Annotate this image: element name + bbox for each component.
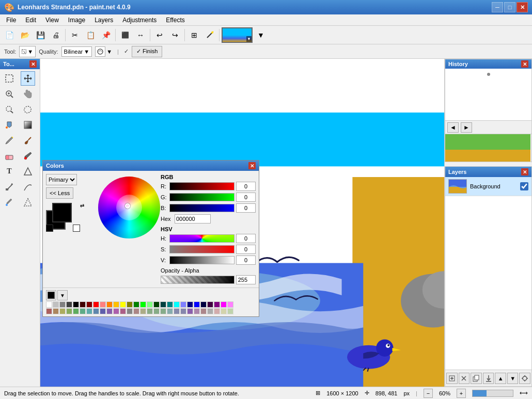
- layer-duplicate-button[interactable]: [471, 373, 482, 384]
- less-button[interactable]: << Less: [46, 187, 73, 199]
- palette-cell[interactable]: [73, 301, 79, 308]
- palette-cell[interactable]: [180, 308, 186, 314]
- zoom-slider[interactable]: [472, 390, 513, 397]
- color-wheel[interactable]: [98, 177, 160, 238]
- palette-cell[interactable]: [187, 308, 193, 314]
- menu-image[interactable]: Image: [64, 15, 89, 25]
- hue-slider-track[interactable]: [169, 234, 234, 243]
- menu-effects[interactable]: Effects: [162, 15, 189, 25]
- tool-clone[interactable]: [2, 180, 17, 194]
- layer-delete-button[interactable]: [459, 373, 470, 384]
- palette-cell[interactable]: [93, 308, 99, 314]
- red-value-input[interactable]: 0: [236, 182, 256, 191]
- color-mode-selector[interactable]: Primary Secondary: [46, 174, 77, 185]
- palette-cell[interactable]: [214, 301, 220, 308]
- tool-pan[interactable]: [21, 87, 35, 101]
- palette-cell[interactable]: [214, 308, 220, 314]
- palette-cell[interactable]: [160, 301, 166, 308]
- palette-cell[interactable]: [153, 308, 160, 314]
- hex-input[interactable]: [175, 214, 211, 224]
- zoom-out-button[interactable]: −: [424, 389, 433, 398]
- open-button[interactable]: 📂: [18, 28, 32, 42]
- tool-magic-wand[interactable]: [2, 102, 17, 117]
- palette-cell[interactable]: [106, 308, 113, 314]
- palette-cell[interactable]: [66, 308, 72, 314]
- palette-cell[interactable]: [140, 308, 146, 314]
- palette-cell[interactable]: [80, 308, 86, 314]
- palette-cell[interactable]: [147, 308, 153, 314]
- palette-cell[interactable]: [174, 301, 180, 308]
- swatch-reset-bg[interactable]: [73, 225, 80, 232]
- new-button[interactable]: 📄: [2, 28, 17, 42]
- tool-select-rect[interactable]: [2, 71, 17, 86]
- palette-cell[interactable]: [100, 308, 106, 314]
- menu-adjustments[interactable]: Adjustments: [118, 15, 161, 25]
- history-undo-button[interactable]: ◄: [447, 122, 459, 133]
- copy-button[interactable]: 📋: [83, 28, 98, 42]
- tool-panel-close[interactable]: ✕: [29, 60, 37, 68]
- palette-cell[interactable]: [153, 301, 160, 308]
- palette-cell[interactable]: [100, 301, 106, 308]
- history-close-button[interactable]: ✕: [521, 60, 528, 68]
- recent-thumbnail[interactable]: ▼: [222, 27, 253, 43]
- palette-cell[interactable]: [86, 301, 92, 308]
- tool-pencil[interactable]: [2, 133, 17, 148]
- opacity-value-input[interactable]: 255: [236, 275, 256, 284]
- close-button[interactable]: ✕: [517, 2, 528, 12]
- palette-cell[interactable]: [106, 301, 113, 308]
- resize-button[interactable]: ↔: [133, 28, 148, 42]
- palette-cell[interactable]: [127, 301, 133, 308]
- maximize-button[interactable]: □: [504, 2, 515, 12]
- palette-cell[interactable]: [113, 301, 119, 308]
- redo-button[interactable]: ↪: [168, 28, 182, 42]
- palette-cell[interactable]: [46, 301, 52, 308]
- antialiasing-toggle[interactable]: ▼: [95, 46, 112, 57]
- titlebar-controls[interactable]: ─ □ ✕: [492, 2, 528, 12]
- sat-slider-track[interactable]: [169, 245, 234, 253]
- palette-cell[interactable]: [120, 308, 126, 314]
- palette-color-fg[interactable]: [46, 290, 56, 300]
- layer-item-background[interactable]: Background: [445, 177, 531, 196]
- minimize-button[interactable]: ─: [492, 2, 503, 12]
- menu-file[interactable]: File: [2, 15, 20, 25]
- save-button[interactable]: 💾: [33, 28, 48, 42]
- tool-shapes[interactable]: [21, 164, 35, 179]
- magic-button[interactable]: [202, 28, 217, 42]
- tool-recolor[interactable]: [2, 195, 17, 210]
- palette-cell[interactable]: [80, 301, 86, 308]
- palette-cell[interactable]: [127, 308, 133, 314]
- tool-brush[interactable]: [21, 133, 35, 148]
- colors-close-button[interactable]: ✕: [248, 162, 256, 169]
- more-button[interactable]: ▼: [254, 28, 268, 42]
- menu-edit[interactable]: Edit: [21, 15, 40, 25]
- opacity-slider-track[interactable]: [161, 276, 234, 284]
- tool-gradient[interactable]: [21, 118, 35, 132]
- swatch-reset-fg[interactable]: [46, 225, 53, 232]
- tool-text[interactable]: T: [2, 164, 17, 179]
- palette-cell[interactable]: [167, 301, 173, 308]
- palette-cell[interactable]: [194, 301, 200, 308]
- palette-cell[interactable]: [221, 308, 227, 314]
- sat-value-input[interactable]: 0: [236, 245, 256, 254]
- layer-properties-button[interactable]: [519, 373, 530, 384]
- palette-cell[interactable]: [46, 308, 52, 314]
- palette-cell[interactable]: [207, 301, 213, 308]
- menu-view[interactable]: View: [41, 15, 63, 25]
- tool-line[interactable]: [21, 180, 35, 194]
- quality-selector[interactable]: Bilinear ▼: [61, 46, 92, 57]
- layers-close-button[interactable]: ✕: [521, 168, 528, 175]
- palette-cell[interactable]: [200, 308, 207, 314]
- palette-cell[interactable]: [180, 301, 186, 308]
- print-button[interactable]: 🖨: [49, 28, 63, 42]
- undo-button[interactable]: ↩: [152, 28, 167, 42]
- blue-slider-track[interactable]: [169, 204, 234, 212]
- palette-cell[interactable]: [221, 301, 227, 308]
- palette-cell[interactable]: [59, 301, 66, 308]
- val-value-input[interactable]: 0: [236, 256, 256, 265]
- palette-cell[interactable]: [53, 301, 59, 308]
- palette-cell[interactable]: [187, 301, 193, 308]
- red-slider-track[interactable]: [169, 182, 234, 190]
- palette-more-button[interactable]: ▼: [57, 290, 68, 300]
- palette-cell[interactable]: [140, 301, 146, 308]
- palette-cell[interactable]: [59, 308, 66, 314]
